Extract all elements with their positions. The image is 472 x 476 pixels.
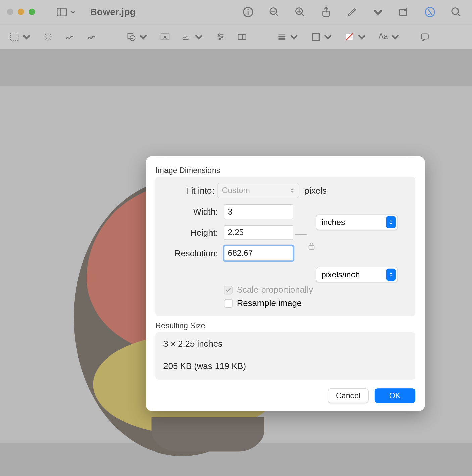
svg-text:A: A xyxy=(163,34,167,39)
svg-rect-42 xyxy=(312,33,319,40)
sign-tool[interactable] xyxy=(182,32,204,41)
sidebar-toggle-button[interactable] xyxy=(57,8,75,16)
resample-image-label: Resample image xyxy=(237,298,302,308)
resample-image-checkbox[interactable] xyxy=(224,299,233,308)
markup-icon[interactable] xyxy=(346,6,358,18)
adjust-color-tool[interactable] xyxy=(216,32,225,41)
chevron-down-icon[interactable] xyxy=(372,6,384,18)
canvas-area: Image Dimensions Fit into: Custom pixels… xyxy=(0,49,472,476)
dimensions-panel: Fit into: Custom pixels Width: inches xyxy=(155,177,415,316)
svg-rect-37 xyxy=(238,34,246,39)
document-title: Bower.jpg xyxy=(90,6,136,18)
border-weight-tool[interactable] xyxy=(277,32,299,41)
stepper-icon xyxy=(288,185,297,197)
resolution-label: Resolution: xyxy=(162,248,219,258)
svg-rect-46 xyxy=(309,245,314,249)
svg-rect-26 xyxy=(128,33,133,38)
window-titlebar: Bower.jpg xyxy=(0,0,472,24)
annotate-tool[interactable] xyxy=(420,32,429,41)
search-icon[interactable] xyxy=(451,6,462,18)
fit-into-select[interactable]: Custom xyxy=(217,183,299,198)
share-icon[interactable] xyxy=(321,6,332,18)
fit-into-unit: pixels xyxy=(304,186,327,196)
resolution-unit-value: pixels/inch xyxy=(321,270,360,279)
minimize-window-icon[interactable] xyxy=(18,9,24,15)
resolution-input[interactable] xyxy=(224,246,293,261)
width-input[interactable] xyxy=(224,204,293,219)
zoom-out-icon[interactable] xyxy=(269,6,280,18)
border-color-tool[interactable] xyxy=(311,32,333,41)
svg-rect-4 xyxy=(248,11,249,15)
size-unit-select[interactable]: inches xyxy=(316,215,398,230)
fit-into-value: Custom xyxy=(222,186,250,195)
svg-line-6 xyxy=(276,13,278,16)
svg-line-9 xyxy=(301,13,304,16)
width-label: Width: xyxy=(162,207,219,217)
svg-point-35 xyxy=(221,36,223,37)
svg-line-16 xyxy=(458,13,460,16)
ok-button[interactable]: OK xyxy=(375,388,415,403)
svg-line-25 xyxy=(50,34,51,35)
resulting-size-panel: 3 × 2.25 inches 205 KB (was 119 KB) xyxy=(155,332,415,380)
size-unit-value: inches xyxy=(321,218,345,227)
font-tool[interactable]: Aa xyxy=(378,32,400,41)
svg-rect-45 xyxy=(421,34,428,39)
stepper-icon xyxy=(386,216,396,228)
section-title-dimensions: Image Dimensions xyxy=(155,166,415,175)
scale-proportionally-checkbox xyxy=(224,286,233,294)
markup-toolbar: A Aa xyxy=(0,24,472,49)
height-label: Height: xyxy=(162,228,219,238)
cancel-button[interactable]: Cancel xyxy=(328,388,368,403)
svg-line-23 xyxy=(50,38,51,39)
svg-point-15 xyxy=(452,8,459,14)
fill-color-tool[interactable] xyxy=(345,32,367,41)
adjust-size-tool[interactable] xyxy=(237,32,247,41)
svg-point-36 xyxy=(219,38,221,40)
height-input[interactable] xyxy=(224,225,293,240)
instant-alpha-tool[interactable] xyxy=(43,32,53,41)
info-icon[interactable] xyxy=(242,6,254,18)
zoom-in-icon[interactable] xyxy=(294,6,306,18)
draw-tool[interactable] xyxy=(87,32,96,41)
zoom-window-icon[interactable] xyxy=(29,9,35,15)
lock-icon[interactable] xyxy=(308,242,315,251)
svg-line-24 xyxy=(45,38,46,39)
svg-rect-0 xyxy=(57,8,66,16)
svg-point-34 xyxy=(218,34,220,35)
svg-point-27 xyxy=(130,35,135,40)
highlight-icon[interactable] xyxy=(424,6,436,18)
aspect-bracket-icon xyxy=(298,234,307,235)
stepper-icon xyxy=(386,269,396,281)
sketch-tool[interactable] xyxy=(65,32,75,41)
result-dimensions: 3 × 2.25 inches xyxy=(163,339,408,349)
adjust-size-dialog: Image Dimensions Fit into: Custom pixels… xyxy=(146,156,425,411)
scale-proportionally-label: Scale proportionally xyxy=(237,285,313,295)
result-filesize: 205 KB (was 119 KB) xyxy=(163,361,408,371)
section-title-result: Resulting Size xyxy=(155,321,415,330)
traffic-lights xyxy=(7,9,35,15)
rotate-icon[interactable] xyxy=(398,6,410,18)
shapes-tool[interactable] xyxy=(127,32,148,41)
svg-rect-17 xyxy=(10,33,18,40)
svg-point-3 xyxy=(247,9,249,10)
fit-into-label: Fit into: xyxy=(162,186,217,196)
selection-tool[interactable] xyxy=(9,32,31,41)
resolution-unit-select[interactable]: pixels/inch xyxy=(316,267,398,282)
svg-line-22 xyxy=(45,34,46,35)
text-tool[interactable]: A xyxy=(160,32,170,41)
close-window-icon[interactable] xyxy=(7,9,13,15)
